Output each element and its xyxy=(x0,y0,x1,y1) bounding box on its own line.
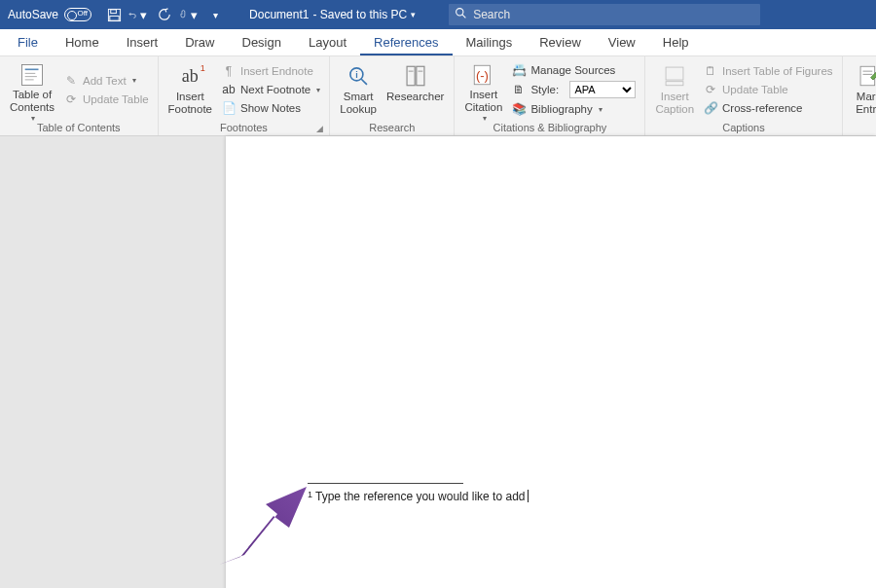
footnote-text[interactable]: Type the reference you would like to add xyxy=(315,490,525,503)
ribbon-tabs: File Home Insert Draw Design Layout Refe… xyxy=(0,29,876,56)
document-area[interactable]: 1 Type the reference you would like to a… xyxy=(0,136,876,588)
insert-footnote-button[interactable]: ab1 Insert Footnote xyxy=(164,60,216,119)
svg-rect-20 xyxy=(666,82,683,86)
style-selector[interactable]: 🗎Style: APA xyxy=(508,80,639,99)
bibliography-button[interactable]: 📚Bibliography▾ xyxy=(508,100,639,118)
tab-mailings[interactable]: Mailings xyxy=(453,29,527,55)
svg-line-11 xyxy=(361,79,367,85)
svg-point-3 xyxy=(456,9,463,16)
saved-status: - Saved to this PC xyxy=(312,8,407,21)
tab-help[interactable]: Help xyxy=(649,29,703,55)
footnote[interactable]: 1 Type the reference you would like to a… xyxy=(308,490,529,503)
tab-draw[interactable]: Draw xyxy=(171,29,228,55)
group-captions: Insert Caption 🗒Insert Table of Figures … xyxy=(645,56,842,135)
group-table-of-contents: Table of Contents ▾ ✎Add Text▾ ⟳Update T… xyxy=(0,56,159,135)
autosave-control[interactable]: AutoSave Off xyxy=(0,8,99,21)
insert-caption-button[interactable]: Insert Caption xyxy=(651,60,698,119)
qat-customize-button[interactable]: ▾ xyxy=(204,4,226,25)
mark-entry-icon xyxy=(856,62,876,90)
researcher-button[interactable]: Researcher xyxy=(383,60,448,119)
svg-rect-2 xyxy=(109,16,118,20)
add-text-button[interactable]: ✎Add Text▾ xyxy=(60,72,152,90)
mark-entry-button[interactable]: Mark Entry xyxy=(849,60,876,119)
ribbon: Table of Contents ▾ ✎Add Text▾ ⟳Update T… xyxy=(0,56,876,136)
tab-file[interactable]: File xyxy=(4,29,52,55)
tab-insert[interactable]: Insert xyxy=(113,29,172,55)
title-dropdown-icon[interactable]: ▾ xyxy=(411,10,416,19)
tab-design[interactable]: Design xyxy=(229,29,295,55)
update-icon: ⟳ xyxy=(703,82,718,97)
svg-text:(-): (-) xyxy=(476,68,489,83)
smart-lookup-icon: i xyxy=(345,62,372,90)
footnote-number: 1 xyxy=(308,490,312,499)
group-citations: (-) Insert Citation ▾ 📇Manage Sources 🗎S… xyxy=(455,56,645,135)
cross-reference-button[interactable]: 🔗Cross-reference xyxy=(700,99,836,117)
save-icon[interactable] xyxy=(103,4,125,25)
search-input[interactable] xyxy=(473,8,754,21)
group-label: Citations & Bibliography xyxy=(460,122,639,135)
add-text-icon: ✎ xyxy=(63,73,79,89)
group-label: Index xyxy=(849,122,876,135)
group-research: i Smart Lookup Researcher Research xyxy=(330,56,455,135)
update-tof-button[interactable]: ⟳Update Table xyxy=(700,81,836,98)
toc-label: Table of Contents xyxy=(10,89,55,114)
update-table-button[interactable]: ⟳Update Table xyxy=(60,91,152,108)
footnotes-dialog-launcher[interactable]: ◢ xyxy=(316,124,323,133)
tof-icon: 🗒 xyxy=(703,63,718,79)
next-footnote-button[interactable]: abNext Footnote▾ xyxy=(218,81,323,98)
smart-lookup-label: Smart Lookup xyxy=(340,91,377,116)
text-cursor xyxy=(528,490,529,502)
insert-caption-label: Insert Caption xyxy=(655,91,694,116)
page[interactable]: 1 Type the reference you would like to a… xyxy=(226,136,876,588)
touch-mouse-mode-button[interactable]: ▾ xyxy=(179,4,201,25)
svg-rect-1 xyxy=(110,9,116,13)
redo-button[interactable] xyxy=(154,4,175,25)
footnote-icon: ab1 xyxy=(176,62,203,90)
researcher-label: Researcher xyxy=(386,91,444,103)
group-label: Research xyxy=(336,122,448,135)
document-name: Document1 xyxy=(249,8,309,21)
show-notes-button[interactable]: 📄Show Notes xyxy=(218,99,323,117)
insert-citation-button[interactable]: (-) Insert Citation ▾ xyxy=(460,60,506,119)
search-box[interactable] xyxy=(449,4,760,25)
document-title-area[interactable]: Document1 - Saved to this PC ▾ xyxy=(230,8,435,21)
group-label: Footnotes xyxy=(220,122,268,133)
svg-rect-13 xyxy=(407,66,415,86)
tab-home[interactable]: Home xyxy=(52,29,113,55)
insert-endnote-button[interactable]: ¶Insert Endnote xyxy=(218,62,323,80)
group-label: Captions xyxy=(651,122,835,135)
insert-citation-label: Insert Citation xyxy=(464,89,502,114)
svg-line-4 xyxy=(462,15,465,18)
tab-review[interactable]: Review xyxy=(526,29,595,55)
svg-text:i: i xyxy=(355,70,357,80)
title-bar: AutoSave Off ▾ ▾ ▾ Document1 - Saved to … xyxy=(0,0,876,29)
next-footnote-icon: ab xyxy=(221,82,237,97)
svg-rect-14 xyxy=(417,66,424,86)
search-icon xyxy=(455,7,467,22)
tab-view[interactable]: View xyxy=(595,29,649,55)
undo-split-button[interactable]: ▾ xyxy=(128,4,150,25)
autosave-label: AutoSave xyxy=(8,8,58,21)
svg-rect-19 xyxy=(666,67,683,80)
researcher-icon xyxy=(402,62,429,90)
tab-references[interactable]: References xyxy=(360,29,452,55)
svg-rect-5 xyxy=(21,64,42,85)
tab-layout[interactable]: Layout xyxy=(295,29,360,55)
crossref-icon: 🔗 xyxy=(703,100,718,116)
bibliography-icon: 📚 xyxy=(511,101,527,117)
group-footnotes: ab1 Insert Footnote ¶Insert Endnote abNe… xyxy=(159,56,331,135)
manage-sources-icon: 📇 xyxy=(511,62,527,78)
smart-lookup-button[interactable]: i Smart Lookup xyxy=(336,60,381,119)
toc-icon xyxy=(18,62,46,88)
caption-icon xyxy=(661,62,688,90)
footnote-separator xyxy=(308,483,463,484)
autosave-toggle[interactable]: Off xyxy=(64,8,91,21)
citation-icon: (-) xyxy=(470,62,497,88)
endnote-icon: ¶ xyxy=(221,63,237,79)
style-select[interactable]: APA xyxy=(569,81,636,98)
insert-tof-button[interactable]: 🗒Insert Table of Figures xyxy=(700,62,836,80)
insert-footnote-label: Insert Footnote xyxy=(168,91,212,116)
mark-entry-label: Mark Entry xyxy=(856,91,876,116)
manage-sources-button[interactable]: 📇Manage Sources xyxy=(508,61,639,79)
table-of-contents-button[interactable]: Table of Contents ▾ xyxy=(6,60,58,119)
